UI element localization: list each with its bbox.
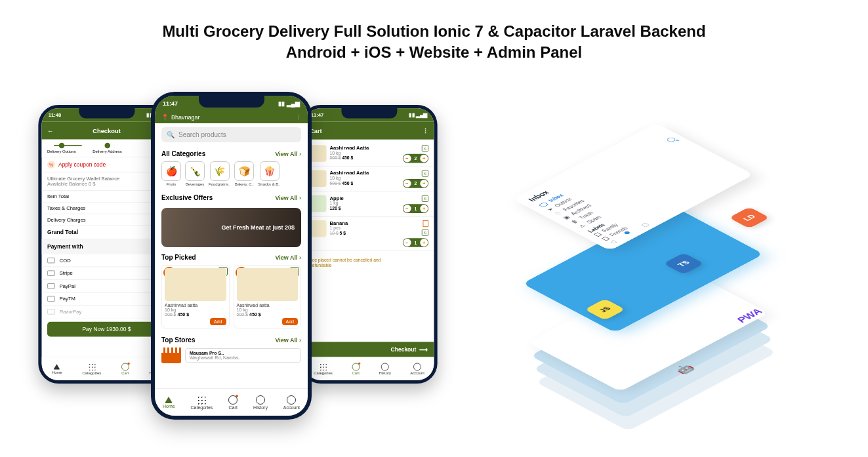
tab-cart[interactable]: Cart: [228, 395, 238, 410]
product-thumb: [310, 170, 327, 187]
phone-notch: [79, 108, 134, 118]
view-all-link[interactable]: View All ›: [275, 151, 301, 157]
coupon-label: Apply coupon code: [58, 161, 106, 167]
minus-button[interactable]: −: [403, 180, 411, 188]
category-chip[interactable]: 🍾Beverages: [185, 161, 205, 186]
signal-icons: ▮▮ ▂▄▆: [278, 100, 300, 107]
headline-line-2: Android + iOS + Website + Admin Panel: [0, 42, 868, 63]
pin-icon: 📍: [161, 114, 169, 121]
appbar-title: Cart: [310, 127, 423, 134]
tab-cart[interactable]: Cart: [352, 363, 360, 375]
menu-icon[interactable]: ⋮: [295, 114, 301, 121]
tab-cart[interactable]: Cart: [121, 363, 129, 375]
location-row[interactable]: 📍Bhavnagar ⋮: [155, 111, 308, 123]
page-headline: Multi Grocery Delivery Full Solution Ion…: [0, 21, 868, 64]
appbar-cart: Cart ⋮: [304, 122, 434, 140]
step-delivery-address[interactable]: Delivery Address: [93, 143, 122, 153]
phone-cart: 11:47▮▮ ▂▄▆ Cart ⋮ Aashirwad Aatta 10 kg…: [300, 105, 437, 384]
remove-item-icon[interactable]: ⎋: [422, 229, 428, 236]
product-thumb: [310, 145, 327, 162]
category-chip[interactable]: 🍎Fruits: [161, 161, 181, 186]
tab-categories[interactable]: Categories: [191, 395, 213, 410]
remove-item-icon[interactable]: ⎋: [422, 170, 428, 176]
phone-notch: [341, 108, 397, 118]
step-delivery-options[interactable]: Delivery Options: [47, 143, 76, 153]
card-icon: [47, 296, 55, 302]
plus-button[interactable]: +: [420, 180, 428, 188]
view-all-link[interactable]: View All ›: [275, 337, 301, 344]
category-chip[interactable]: 🍞Bakery, C..: [234, 161, 254, 186]
tab-categories[interactable]: Categories: [314, 363, 333, 375]
phone-mockups: 11:48▮▮ ▂▄▆ ← Checkout ⋮ Delivery Option…: [13, 98, 440, 446]
coupon-icon: %: [47, 161, 55, 169]
quantity-stepper[interactable]: −1+: [403, 204, 428, 213]
cart-item: Apple 1 kg 120 $ ⎋ −1+: [304, 192, 434, 217]
plus-button[interactable]: +: [420, 205, 428, 212]
add-button[interactable]: Add: [210, 318, 226, 325]
store-card[interactable]: Mausam Pro S.. Waghawadi Rd, Namha..: [185, 348, 301, 363]
wallet-title: Ultimate Grocery Wallet Balance: [47, 176, 166, 182]
search-input[interactable]: 🔍 Search products: [161, 127, 301, 142]
checkout-button[interactable]: Checkout⟶: [304, 342, 434, 357]
cart-item: Aashirwad Aatta 10 kg 500 $450 $ ⎋ −2+: [304, 167, 434, 191]
store-icon: [161, 348, 181, 363]
bookmark-icon: [602, 237, 610, 241]
category-icon: 🌾: [210, 161, 230, 181]
cart-item: Banana 1 pcs 10 $5 $ ⎋ −1+: [304, 217, 434, 251]
tab-categories[interactable]: Categories: [82, 363, 101, 375]
headline-line-1: Multi Grocery Delivery Full Solution Ion…: [0, 21, 868, 42]
tab-history[interactable]: History: [379, 363, 391, 375]
plus-button[interactable]: +: [420, 239, 428, 247]
card-icon: [47, 283, 55, 289]
plus-button[interactable]: +: [420, 155, 428, 163]
quantity-stepper[interactable]: −2+: [403, 154, 428, 163]
bookmark-icon[interactable]: [423, 220, 429, 227]
category-chip[interactable]: 🍿Snacks & B..: [258, 161, 280, 186]
product-thumb: [310, 220, 327, 237]
quantity-stepper[interactable]: −2+: [403, 179, 428, 188]
bookmark-icon: [594, 232, 602, 237]
card-icon: [47, 258, 55, 264]
arrow-right-icon: ⟶: [419, 346, 427, 352]
minus-button[interactable]: −: [403, 155, 411, 163]
top-picked-row: 10% + Aashirwad aatta 10 kg 500 $450 $ A…: [155, 265, 308, 332]
section-top-stores: Top Stores: [161, 336, 195, 344]
categories-row: 🍎Fruits 🍾Beverages 🌾Foodgrains.. 🍞Bakery…: [155, 161, 308, 190]
remove-item-icon[interactable]: ⎋: [422, 195, 428, 202]
clock-text: 11:48: [49, 112, 62, 118]
minus-button[interactable]: −: [403, 205, 411, 212]
clock-text: 11:47: [311, 112, 324, 118]
cart-item: Aashirwad Aatta 10 kg 500 $450 $ ⎋ −2+: [304, 142, 434, 167]
quantity-stepper[interactable]: −1+: [403, 238, 428, 247]
minus-button[interactable]: −: [403, 239, 411, 247]
phone-home: 11:47▮▮ ▂▄▆ 📍Bhavnagar ⋮ 🔍 Search produc…: [151, 92, 312, 420]
category-icon: 🍎: [161, 161, 181, 181]
tab-history[interactable]: History: [253, 395, 268, 410]
tab-bar: Categories Cart History Account: [304, 357, 434, 380]
refund-notice: ..ce placed cannot be cancelled and..efu…: [304, 253, 434, 273]
menu-icon[interactable]: ⋮: [423, 127, 428, 134]
product-card[interactable]: 10% + Aashirwad aatta 10 kg 500 $450 $ A…: [161, 265, 230, 328]
tab-home[interactable]: Home: [52, 364, 62, 374]
product-image: [237, 268, 299, 301]
product-image: [165, 268, 226, 301]
product-card[interactable]: 10% + Aashirwad aatta 10 kg 500 $450 $ A…: [234, 265, 302, 328]
laravel-badge: LD: [729, 207, 770, 229]
tab-account[interactable]: Account: [410, 363, 424, 375]
card-icon: [47, 309, 55, 315]
add-button[interactable]: Add: [282, 318, 298, 325]
location-text: Bhavnagar: [171, 114, 200, 121]
tab-account[interactable]: Account: [283, 395, 300, 410]
offer-banner[interactable]: Get Fresh Meat at just 20$: [161, 208, 301, 247]
back-icon[interactable]: ←: [47, 127, 53, 134]
view-all-link[interactable]: View All ›: [275, 195, 301, 201]
category-chip[interactable]: 🌾Foodgrains..: [209, 161, 230, 186]
tab-home[interactable]: Home: [163, 397, 175, 408]
category-icon: 🍾: [185, 161, 205, 181]
tech-stack-illustration: ✚ JS TS LD PWA 🤖 Inbox Inbox ➤Outbox ♡Fa…: [499, 79, 827, 446]
pay-now-button[interactable]: Pay Now 1930.00 $: [47, 322, 166, 337]
remove-item-icon[interactable]: ⎋: [422, 145, 428, 151]
view-all-link[interactable]: View All ›: [275, 254, 301, 261]
search-icon: 🔍: [167, 131, 175, 138]
section-top-picked: Top Picked: [161, 254, 196, 261]
